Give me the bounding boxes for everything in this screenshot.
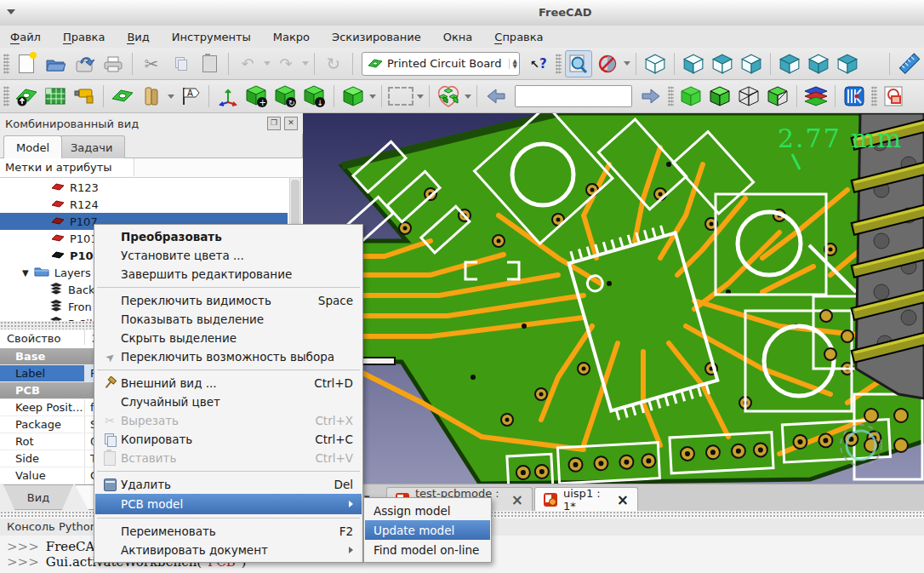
menu-help[interactable]: Справка [491, 29, 546, 45]
open-document-button[interactable] [42, 50, 69, 77]
pcb-origin-axis-button[interactable] [214, 83, 242, 110]
menu-item-toggle-selectability[interactable]: ➤Переключить возможность выбора [95, 347, 362, 366]
layers-button[interactable] [802, 83, 830, 110]
menu-item-finish-editing[interactable]: Завершить редактирование [95, 265, 362, 284]
display-wireframe-button[interactable] [735, 83, 762, 110]
tree-item-r124[interactable]: R124 [0, 196, 288, 213]
draw-style-menu-arrow[interactable] [624, 61, 630, 66]
pcb-drill-button[interactable] [71, 83, 98, 110]
tree-header[interactable]: Метки и атрибуты [0, 158, 303, 178]
paste-button[interactable] [196, 50, 223, 77]
toolbar-handle[interactable] [3, 86, 9, 106]
toolbar-handle[interactable] [871, 86, 877, 106]
menu-item-transform[interactable]: Преобразовать [95, 227, 362, 246]
view-rear-button[interactable] [776, 50, 803, 77]
refresh-button[interactable]: ↻ [320, 50, 347, 77]
nav-back-button[interactable] [482, 83, 510, 110]
view-bottom-button[interactable] [805, 50, 832, 77]
pcb-model-wood-button[interactable] [138, 83, 165, 110]
toolbar-handle[interactable] [556, 54, 562, 74]
pcb-explode-button[interactable] [435, 83, 462, 110]
menu-item-random-color[interactable]: Случайный цвет [95, 393, 362, 411]
undo-button[interactable]: ↶ [234, 50, 261, 77]
undo-menu-arrow[interactable] [264, 61, 271, 66]
pcb-cube-menu-button[interactable] [339, 83, 367, 110]
tree-item-r123[interactable]: R123 [0, 179, 288, 196]
pcb-cube-add-button[interactable]: + [243, 83, 271, 110]
nav-forward-button[interactable] [637, 83, 664, 110]
pcb-board-export-button[interactable] [13, 83, 40, 110]
menu-item-activate-document[interactable]: Активировать документ [95, 541, 362, 559]
print-button[interactable] [100, 50, 127, 77]
pcb-cube-download-button[interactable]: ↓ [301, 83, 328, 110]
menu-item-hide-selection[interactable]: Скрыть выделение [95, 329, 362, 347]
submenu-item-assign-model[interactable]: Assign model [365, 501, 490, 520]
pcb-annotation-button[interactable]: A [176, 83, 203, 110]
workbench-spinner[interactable]: ▲▼ [509, 59, 516, 69]
menu-macro[interactable]: Макро [270, 29, 313, 45]
menu-item-show-selection[interactable]: Показывать выделение [95, 310, 362, 329]
nav-input[interactable] [515, 85, 632, 107]
menu-item-rename[interactable]: ПереименоватьF2 [95, 522, 362, 541]
selection-area-menu-arrow[interactable] [417, 95, 424, 99]
display-half-button[interactable] [764, 83, 791, 110]
float-panel-icon[interactable]: ❐ [267, 117, 281, 130]
menu-edit[interactable]: Правка [60, 29, 108, 45]
draw-style-button[interactable] [594, 50, 621, 77]
pcb-explode-menu-arrow[interactable] [465, 95, 471, 99]
zoom-fit-all-button[interactable] [565, 50, 592, 77]
submenu-item-update-model[interactable]: Update model [365, 520, 490, 540]
pcb-cube-menu-arrow[interactable] [369, 95, 376, 99]
whats-this-button[interactable]: ↖? [525, 50, 552, 77]
view-top-button[interactable] [709, 50, 736, 77]
menu-item-set-colors[interactable]: Установите цвета ... [95, 246, 362, 265]
tab-model[interactable]: Model [3, 135, 62, 158]
menu-tools[interactable]: Инструменты [168, 29, 254, 45]
menu-windows[interactable]: Окна [440, 29, 476, 45]
copy-button[interactable] [167, 50, 194, 77]
close-tab-icon[interactable]: × [511, 493, 523, 507]
menu-file[interactable]: Файл [7, 29, 44, 45]
menu-view[interactable]: Вид [123, 29, 152, 45]
close-tab-icon[interactable]: × [617, 493, 629, 507]
save-document-button[interactable] [71, 50, 98, 77]
view-front-button[interactable] [680, 50, 707, 77]
texture-button[interactable] [841, 83, 868, 110]
tab-view[interactable]: Вид [3, 484, 73, 510]
close-panel-icon[interactable]: ✕ [284, 117, 298, 130]
view-left-button[interactable] [834, 50, 861, 77]
display-solid-button[interactable] [677, 83, 704, 110]
menu-item-appearance[interactable]: Внешний вид ...Ctrl+D [95, 374, 362, 393]
expand-arrow-icon[interactable]: ▼ [22, 268, 29, 278]
menu-item-copy[interactable]: КопироватьCtrl+C [95, 430, 362, 449]
menu-sketch[interactable]: Эскизирование [328, 29, 425, 45]
menu-item-toggle-visibility[interactable]: Переключить видимостьSpace [95, 291, 362, 310]
menu-item-pcb-model[interactable]: PCB model [95, 494, 362, 514]
workbench-selector[interactable]: Printed Circuit Board ▲▼ [362, 52, 520, 76]
pcb-model-menu-arrow[interactable] [168, 95, 174, 99]
combo-view-titlebar[interactable]: Комбинированный вид ❐ ✕ [0, 113, 303, 134]
export-image-button[interactable] [881, 83, 908, 110]
display-wireframe-icon [738, 85, 760, 107]
measure-distance-button[interactable] [895, 50, 922, 77]
cut-button[interactable]: ✂ [138, 50, 165, 77]
3d-viewport[interactable]: 2.77 mm [303, 113, 924, 484]
redo-button[interactable]: ↷ [272, 50, 299, 77]
selection-area-button[interactable] [387, 83, 414, 110]
tab-tasks[interactable]: Задачи [58, 135, 125, 158]
toolbar-handle[interactable] [3, 54, 9, 74]
redo-menu-arrow[interactable] [302, 61, 309, 66]
view-axonometric-button[interactable] [642, 50, 669, 77]
new-document-button[interactable] [13, 50, 40, 77]
view-right-button[interactable] [738, 50, 765, 77]
pcb-pad-button[interactable] [109, 83, 136, 110]
pcb-cube-update-button[interactable]: ↻ [272, 83, 299, 110]
mdi-tab-uisp1[interactable]: uisp1 : 1* × [534, 487, 638, 512]
window-menu-icon[interactable] [7, 9, 15, 14]
toolbar-handle[interactable] [668, 86, 674, 106]
submenu-item-find-model-online[interactable]: Find model on-line [365, 540, 490, 559]
display-shaded-button[interactable] [706, 83, 733, 110]
title-bar[interactable]: FreeCAD [0, 0, 924, 26]
menu-item-delete[interactable]: УдалитьDel [95, 475, 362, 494]
pcb-grid-button[interactable] [42, 83, 69, 110]
